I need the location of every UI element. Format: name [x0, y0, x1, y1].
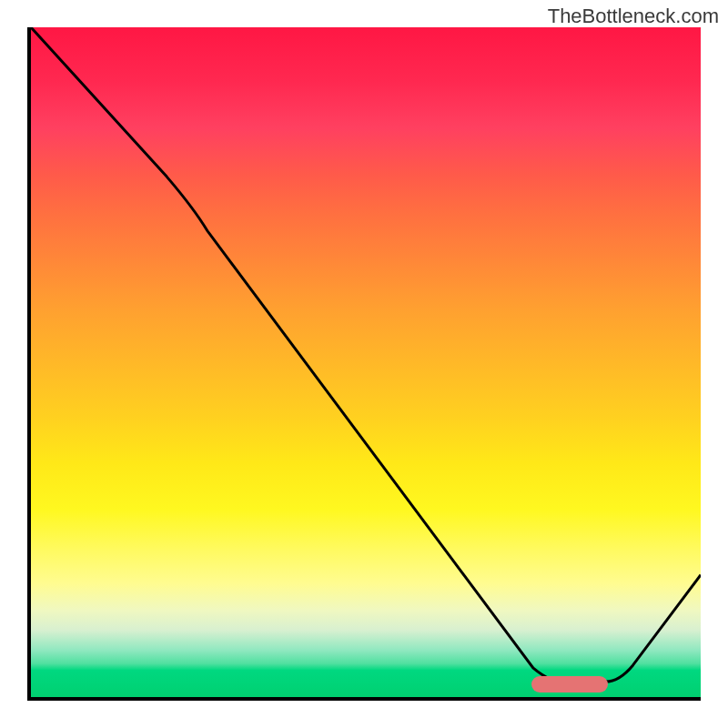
watermark-text: TheBottleneck.com [548, 5, 719, 28]
data-curve [31, 27, 701, 683]
chart-area [27, 27, 701, 701]
optimal-marker [531, 676, 608, 693]
chart-svg [31, 27, 701, 697]
